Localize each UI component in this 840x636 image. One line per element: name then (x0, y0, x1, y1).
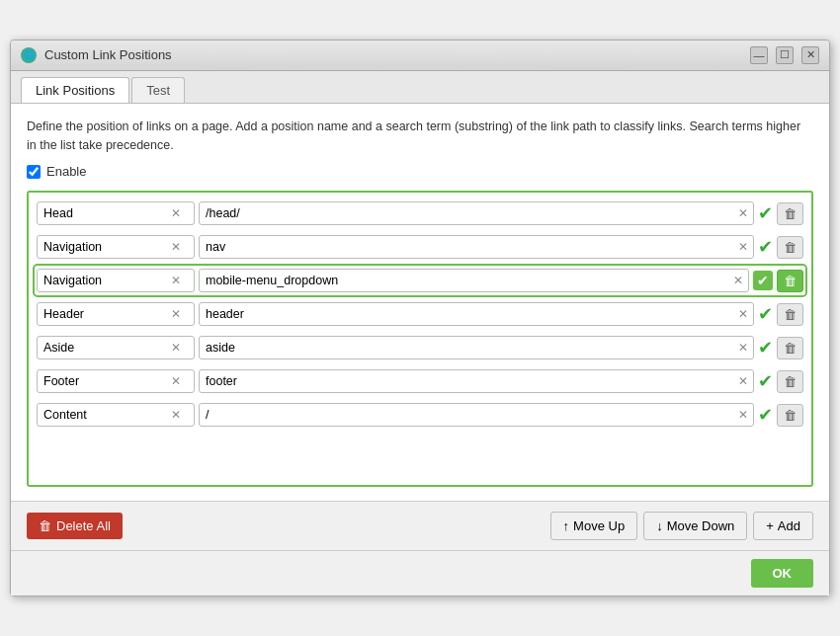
clear-path-3[interactable]: ✕ (728, 274, 748, 287)
enable-row: Enable (27, 164, 813, 179)
move-up-button[interactable]: ↑ Move Up (550, 512, 638, 540)
name-input-4[interactable] (38, 303, 166, 325)
clear-name-5[interactable]: ✕ (166, 341, 186, 355)
link-positions-list: ✕ ✕ ✔ 🗑 ✕ ✕ (27, 191, 813, 487)
confirm-icon-4[interactable]: ✔ (758, 303, 773, 325)
table-row: ✕ ✕ ✔ 🗑 (35, 266, 805, 295)
description-text: Define the position of links on a page. … (27, 118, 813, 155)
minimize-button[interactable]: — (750, 46, 768, 64)
clear-name-4[interactable]: ✕ (166, 307, 186, 321)
footer-right-buttons: ↑ Move Up ↓ Move Down + Add (550, 512, 813, 540)
down-arrow-icon: ↓ (656, 518, 663, 533)
name-input-2[interactable] (38, 236, 166, 258)
name-input-1[interactable] (38, 202, 166, 224)
clear-path-6[interactable]: ✕ (733, 374, 753, 388)
delete-row-button-4[interactable]: 🗑 (777, 303, 803, 326)
move-down-button[interactable]: ↓ Move Down (643, 512, 747, 540)
path-input-3[interactable] (200, 270, 728, 291)
tab-bar: Link Positions Test (11, 71, 829, 104)
ok-bar: OK (11, 550, 829, 596)
delete-row-button-7[interactable]: 🗑 (777, 404, 803, 427)
window-title: Custom Link Positions (44, 47, 172, 62)
maximize-button[interactable]: ☐ (776, 46, 794, 64)
table-row: ✕ ✕ ✔ 🗑 (35, 333, 805, 362)
path-field-7: ✕ (199, 403, 754, 427)
clear-name-6[interactable]: ✕ (166, 374, 186, 388)
plus-icon: + (766, 518, 774, 533)
title-bar: 🌐 Custom Link Positions — ☐ ✕ (11, 40, 829, 71)
confirm-icon-2[interactable]: ✔ (758, 236, 773, 258)
name-field-4: ✕ (37, 302, 195, 326)
add-label: Add (778, 518, 800, 533)
clear-name-3[interactable]: ✕ (166, 274, 186, 287)
path-input-7[interactable] (200, 404, 733, 426)
name-input-6[interactable] (38, 370, 166, 392)
confirm-icon-6[interactable]: ✔ (758, 370, 773, 392)
path-field-6: ✕ (199, 369, 754, 393)
delete-row-button-2[interactable]: 🗑 (777, 236, 803, 259)
name-field-6: ✕ (37, 369, 195, 393)
clear-path-4[interactable]: ✕ (733, 307, 753, 321)
row-actions-2: ✔ 🗑 (758, 236, 803, 259)
ok-button[interactable]: OK (751, 559, 814, 588)
path-input-6[interactable] (200, 370, 733, 392)
row-actions-1: ✔ 🗑 (758, 202, 803, 225)
delete-all-button[interactable]: 🗑 Delete All (27, 513, 123, 539)
row-actions-7: ✔ 🗑 (758, 404, 803, 427)
clear-path-5[interactable]: ✕ (733, 341, 753, 355)
enable-checkbox[interactable] (27, 165, 41, 179)
path-field-3: ✕ (199, 269, 749, 292)
clear-name-2[interactable]: ✕ (166, 240, 186, 254)
name-input-5[interactable] (38, 337, 166, 358)
name-input-7[interactable] (38, 404, 166, 426)
delete-all-label: Delete All (56, 518, 111, 533)
close-button[interactable]: ✕ (801, 46, 819, 64)
footer-bar: 🗑 Delete All ↑ Move Up ↓ Move Down + Add (11, 501, 829, 550)
name-field-3: ✕ (37, 269, 195, 292)
name-field-1: ✕ (37, 201, 195, 225)
content-area: Define the position of links on a page. … (11, 104, 829, 502)
trash-icon: 🗑 (39, 518, 51, 533)
clear-path-1[interactable]: ✕ (733, 206, 753, 220)
table-row: ✕ ✕ ✔ 🗑 (35, 366, 805, 396)
delete-row-button-6[interactable]: 🗑 (777, 370, 803, 393)
title-controls: — ☐ ✕ (750, 46, 819, 64)
clear-path-7[interactable]: ✕ (733, 408, 753, 422)
name-input-3[interactable] (38, 270, 166, 291)
row-actions-6: ✔ 🗑 (758, 370, 803, 393)
path-input-1[interactable] (200, 202, 733, 224)
table-row: ✕ ✕ ✔ 🗑 (35, 232, 805, 262)
path-field-1: ✕ (199, 201, 754, 225)
name-field-2: ✕ (37, 235, 195, 259)
confirm-icon-3[interactable]: ✔ (753, 271, 773, 290)
table-row: ✕ ✕ ✔ 🗑 (35, 299, 805, 329)
table-row: ✕ ✕ ✔ 🗑 (35, 199, 805, 228)
path-field-5: ✕ (199, 336, 754, 359)
path-field-2: ✕ (199, 235, 754, 259)
tab-test[interactable]: Test (131, 77, 185, 103)
name-field-5: ✕ (37, 336, 195, 359)
main-window: 🌐 Custom Link Positions — ☐ ✕ Link Posit… (10, 40, 830, 597)
up-arrow-icon: ↑ (563, 518, 570, 533)
clear-name-7[interactable]: ✕ (166, 408, 186, 422)
row-actions-5: ✔ 🗑 (758, 337, 803, 359)
tab-link-positions[interactable]: Link Positions (21, 77, 129, 103)
delete-row-button-1[interactable]: 🗑 (777, 202, 803, 225)
row-actions-4: ✔ 🗑 (758, 303, 803, 326)
clear-name-1[interactable]: ✕ (166, 206, 186, 220)
confirm-icon-7[interactable]: ✔ (758, 404, 773, 426)
delete-row-button-3[interactable]: 🗑 (777, 270, 803, 292)
path-input-2[interactable] (200, 236, 733, 258)
move-up-label: Move Up (573, 518, 625, 533)
title-bar-left: 🌐 Custom Link Positions (21, 47, 172, 63)
window-icon: 🌐 (21, 47, 37, 63)
confirm-icon-5[interactable]: ✔ (758, 337, 773, 358)
path-input-4[interactable] (200, 303, 733, 325)
confirm-icon-1[interactable]: ✔ (758, 202, 773, 224)
row-actions-3: ✔ 🗑 (753, 270, 803, 292)
add-button[interactable]: + Add (753, 512, 813, 540)
clear-path-2[interactable]: ✕ (733, 240, 753, 254)
delete-row-button-5[interactable]: 🗑 (777, 337, 803, 359)
table-row: ✕ ✕ ✔ 🗑 (35, 400, 805, 430)
path-input-5[interactable] (200, 337, 733, 358)
